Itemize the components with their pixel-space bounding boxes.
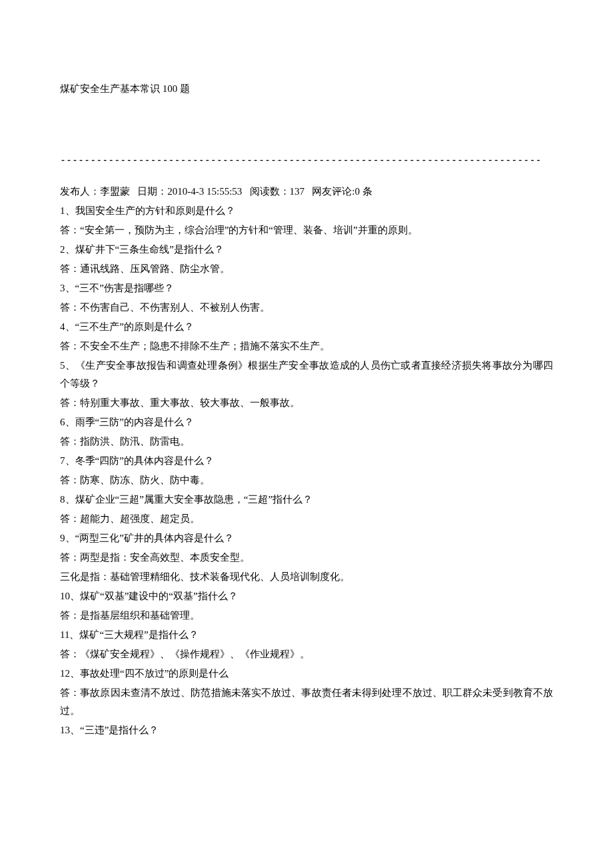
comments-value: 0 条 [355, 186, 372, 197]
qa-line: 1、我国安全生产的方针和原则是什么？ [60, 202, 553, 220]
qa-line: 11、煤矿“三大规程”是指什么？ [60, 626, 553, 644]
document-page: 煤矿安全生产基本常识 100 题 -----------------------… [0, 0, 613, 781]
qa-line: 4、“三不生产”的原则是什么？ [60, 318, 553, 336]
meta-line: 发布人：李盟蒙 日期：2010-4-3 15:55:53 阅读数：137 网友评… [60, 183, 553, 201]
reads-value: 137 [290, 186, 305, 197]
qa-line: 答：特别重大事故、重大事故、较大事故、一般事故。 [60, 394, 553, 412]
title-block: 煤矿安全生产基本常识 100 题 [60, 80, 553, 98]
qa-line: 答：不伤害自己、不伤害别人、不被别人伤害。 [60, 299, 553, 317]
qa-line: 答：是指基层组织和基础管理。 [60, 607, 553, 625]
qa-line: 7、冬季“四防”的具体内容是什么？ [60, 452, 553, 470]
qa-line: 6、雨季“三防”的内容是什么？ [60, 413, 553, 431]
divider-line: ----------------------------------------… [60, 151, 553, 169]
qa-line: 答：超能力、超强度、超定员。 [60, 510, 553, 528]
qa-line: 13、“三违”是指什么？ [60, 721, 553, 739]
qa-body: 1、我国安全生产的方针和原则是什么？答：“安全第一，预防为主，综合治理”的方针和… [60, 202, 553, 739]
qa-line: 12、事故处理“四不放过”的原则是什么 [60, 665, 553, 683]
qa-line: 答：事故原因未查清不放过、防范措施未落实不放过、事故责任者未得到处理不放过、职工… [60, 684, 553, 720]
qa-line: 10、煤矿“双基”建设中的“双基”指什么？ [60, 587, 553, 605]
date-value: 2010-4-3 15:55:53 [167, 186, 242, 197]
qa-line: 2、煤矿井下“三条生命线”是指什么？ [60, 241, 553, 259]
reads-label: 阅读数： [250, 186, 290, 197]
qa-line: 5、《生产安全事故报告和调查处理条例》根据生产安全事故造成的人员伤亡或者直接经济… [60, 357, 553, 393]
qa-line: 9、“两型三化”矿井的具体内容是什么？ [60, 529, 553, 547]
qa-line: 8、煤矿企业“三超”属重大安全事故隐患，“三超”指什么？ [60, 491, 553, 509]
comments-label: 网友评论: [312, 186, 354, 197]
qa-line: 3、“三不”伤害是指哪些？ [60, 279, 553, 297]
publisher-name: 李盟蒙 [100, 186, 130, 197]
qa-line: 答：不安全不生产；隐患不排除不生产；措施不落实不生产。 [60, 337, 553, 355]
qa-line: 答：“安全第一，预防为主，综合治理”的方针和“管理、装备、培训”并重的原则。 [60, 221, 553, 239]
qa-line: 答：《煤矿安全规程》、《操作规程》、《作业规程》。 [60, 645, 553, 663]
qa-line: 答：通讯线路、压风管路、防尘水管。 [60, 260, 553, 278]
qa-line: 答：指防洪、防汛、防雷电。 [60, 433, 553, 451]
qa-line: 答：两型是指：安全高效型、本质安全型。 [60, 549, 553, 567]
qa-line: 答：防寒、防冻、防火、防中毒。 [60, 471, 553, 489]
publisher-label: 发布人： [60, 186, 100, 197]
document-title: 煤矿安全生产基本常识 100 题 [60, 83, 190, 94]
qa-line: 三化是指：基础管理精细化、技术装备现代化、人员培训制度化。 [60, 568, 553, 586]
date-label: 日期： [137, 186, 167, 197]
